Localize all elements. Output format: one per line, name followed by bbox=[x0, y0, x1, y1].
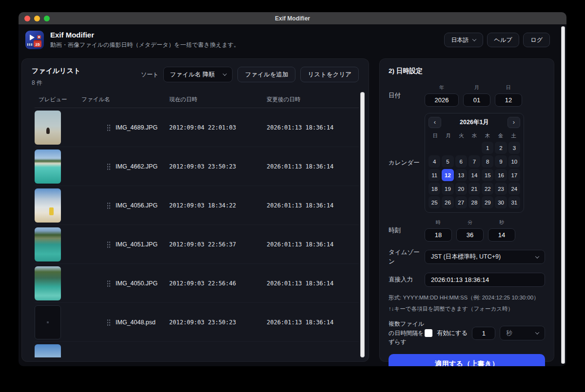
file-name: IMG_4051.JPG bbox=[116, 241, 157, 248]
drag-handle-icon[interactable] bbox=[107, 280, 111, 287]
format-hint: 形式: YYYY:MM:DD HH:MM:SS（例: 2024:12:25 10… bbox=[389, 293, 545, 302]
calendar-day[interactable]: 31 bbox=[508, 196, 520, 208]
drag-handle-icon[interactable] bbox=[107, 202, 111, 209]
calendar-prev-button[interactable]: ‹ bbox=[429, 117, 441, 128]
calendar-day[interactable]: 11 bbox=[429, 169, 440, 181]
calendar-day[interactable]: 20 bbox=[455, 183, 467, 195]
date-label: 日付 bbox=[389, 91, 425, 100]
calendar-day[interactable]: 13 bbox=[455, 169, 467, 181]
drag-handle-icon[interactable] bbox=[107, 163, 111, 170]
help-button[interactable]: ヘルプ bbox=[487, 33, 520, 47]
calendar-badge-icon: 25 bbox=[34, 40, 41, 47]
calendar-day[interactable]: 12 bbox=[442, 169, 453, 181]
calendar-day[interactable]: 16 bbox=[495, 169, 507, 181]
calendar-day[interactable]: 23 bbox=[495, 183, 507, 195]
app-title: Exif Modifier bbox=[50, 31, 239, 39]
timezone-select-value: JST (日本標準時, UTC+9) bbox=[431, 253, 501, 261]
timezone-select[interactable]: JST (日本標準時, UTC+9) bbox=[425, 250, 545, 264]
hour-input[interactable]: 18 bbox=[425, 228, 452, 242]
calendar-day[interactable]: 3 bbox=[508, 142, 520, 154]
calendar-day[interactable]: 28 bbox=[468, 196, 480, 208]
calendar-day[interactable]: 21 bbox=[468, 183, 480, 195]
keyboard-hint: ↑↓キーで各項目を調整できます（フォーカス時） bbox=[389, 304, 545, 313]
offset-enable-checkbox[interactable] bbox=[425, 329, 432, 337]
calendar-empty-cell bbox=[455, 142, 467, 154]
calendar-next-button[interactable]: › bbox=[507, 117, 520, 128]
table-row[interactable]: IMG_4050.JPG2012:09:03 22:56:462026:01:1… bbox=[35, 264, 359, 303]
calendar-day[interactable]: 6 bbox=[455, 155, 467, 168]
new-datetime: 2026:01:13 18:36:14 bbox=[267, 319, 359, 326]
current-datetime: 2012:09:03 18:34:22 bbox=[169, 202, 267, 209]
drag-handle-icon[interactable] bbox=[107, 241, 111, 248]
calendar-day[interactable]: 8 bbox=[482, 155, 493, 168]
calendar-grid: 1234567891011121314151617181920212223242… bbox=[429, 142, 520, 208]
calendar-day[interactable]: 29 bbox=[482, 196, 493, 208]
calendar-day[interactable]: 4 bbox=[429, 155, 440, 168]
table-row[interactable]: IMG_4048.JPG2012:09:03 23:50:232026:01:1… bbox=[35, 342, 359, 357]
zoom-window-button[interactable] bbox=[44, 16, 50, 21]
calendar-day[interactable]: 1 bbox=[482, 142, 493, 154]
offset-enable-label: 有効にする bbox=[437, 329, 468, 337]
clock-icon bbox=[37, 35, 41, 39]
offset-interval-input[interactable]: 1 bbox=[472, 327, 495, 340]
current-datetime: 2012:09:03 23:50:23 bbox=[169, 319, 267, 326]
drag-handle-icon[interactable] bbox=[107, 319, 111, 326]
calendar-day[interactable]: 26 bbox=[442, 196, 453, 208]
window-scrollbar[interactable] bbox=[561, 26, 565, 364]
log-button[interactable]: ログ bbox=[523, 33, 550, 47]
day-input[interactable]: 12 bbox=[495, 93, 522, 107]
calendar-day[interactable]: 22 bbox=[482, 183, 493, 195]
table-row[interactable]: IMG_4662.JPG2012:09:03 23:50:232026:01:1… bbox=[35, 147, 359, 186]
minimize-window-button[interactable] bbox=[34, 16, 40, 21]
calendar-day[interactable]: 24 bbox=[508, 183, 520, 195]
column-header-new-datetime: 変更後の日時 bbox=[267, 96, 359, 103]
calendar-day[interactable]: 25 bbox=[429, 196, 440, 208]
table-row[interactable]: IMG_4048.psd2012:09:03 23:50:232026:01:1… bbox=[35, 303, 359, 342]
sort-select[interactable]: ファイル名 降順 bbox=[163, 67, 233, 82]
file-list-scrollbar[interactable] bbox=[360, 92, 365, 357]
offset-unit-select[interactable]: 秒 bbox=[500, 326, 545, 340]
language-select[interactable]: 日本語 bbox=[444, 33, 483, 47]
calendar-day[interactable]: 2 bbox=[495, 142, 507, 154]
direct-datetime-input[interactable]: 2026:01:13 18:36:14 bbox=[425, 273, 545, 287]
calendar-day[interactable]: 7 bbox=[468, 155, 480, 168]
year-input[interactable]: 2026 bbox=[425, 93, 459, 107]
calendar-day[interactable]: 18 bbox=[429, 183, 440, 195]
calendar-weekdays: 日月火水木金土 bbox=[429, 132, 520, 139]
datetime-panel: 2) 日時設定 日付 年 2026 月 01 日 12 bbox=[379, 58, 554, 362]
calendar-day[interactable]: 9 bbox=[495, 155, 507, 168]
calendar-day[interactable]: 30 bbox=[495, 196, 507, 208]
calendar-day[interactable]: 27 bbox=[455, 196, 467, 208]
drag-handle-icon[interactable] bbox=[107, 124, 111, 131]
log-button-label: ログ bbox=[530, 36, 543, 44]
calendar-day[interactable]: 15 bbox=[482, 169, 493, 181]
clear-list-button[interactable]: リストをクリア bbox=[300, 67, 359, 82]
minute-input[interactable]: 36 bbox=[456, 228, 484, 242]
table-row[interactable]: IMG_4689.JPG2012:09:04 22:01:032026:01:1… bbox=[35, 108, 359, 147]
column-header-filename: ファイル名 bbox=[81, 96, 169, 103]
calendar-day[interactable]: 5 bbox=[442, 155, 453, 168]
calendar-empty-cell bbox=[468, 142, 480, 154]
new-datetime: 2026:01:13 18:36:14 bbox=[267, 163, 359, 170]
close-window-button[interactable] bbox=[24, 16, 30, 21]
title-bar: Exif Modifier bbox=[19, 12, 566, 24]
calendar-label: カレンダー bbox=[389, 158, 425, 168]
current-datetime: 2012:09:04 22:01:03 bbox=[169, 124, 267, 131]
timezone-label: タイムゾーン bbox=[389, 248, 425, 266]
calendar-day[interactable]: 19 bbox=[442, 183, 453, 195]
language-select-value: 日本語 bbox=[451, 36, 469, 44]
calendar-day[interactable]: 10 bbox=[508, 155, 520, 168]
table-row[interactable]: IMG_4051.JPG2012:09:03 22:56:372026:01:1… bbox=[35, 225, 359, 264]
file-count: 8 件 bbox=[32, 79, 80, 87]
app-header: 25 Exif Modifier 動画・画像ファイルの撮影日時（メタデータ）を一… bbox=[19, 24, 566, 56]
calendar-day[interactable]: 17 bbox=[508, 169, 520, 181]
apply-button[interactable]: 適用する（上書き） bbox=[389, 354, 545, 366]
month-input[interactable]: 01 bbox=[463, 93, 490, 107]
table-row[interactable]: IMG_4056.JPG2012:09:03 18:34:222026:01:1… bbox=[35, 186, 359, 225]
calendar-day[interactable]: 14 bbox=[468, 169, 480, 181]
add-files-button[interactable]: ファイルを追加 bbox=[237, 67, 295, 82]
column-header-current-datetime: 現在の日時 bbox=[169, 96, 267, 103]
second-input[interactable]: 14 bbox=[488, 228, 515, 242]
offset-label: 複数ファイルの日時間隔をずらす bbox=[389, 319, 425, 347]
sort-label: ソート bbox=[141, 71, 159, 79]
